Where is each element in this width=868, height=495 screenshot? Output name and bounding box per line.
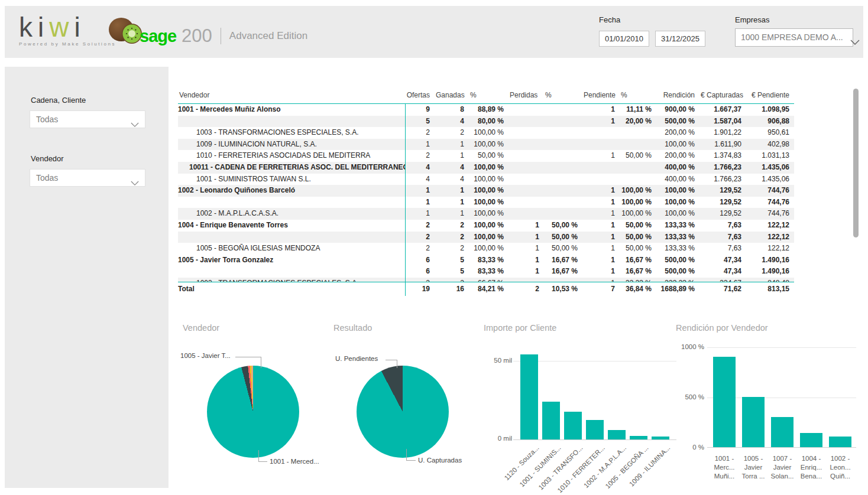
empresas-label: Empresas bbox=[735, 15, 770, 24]
resultado-pie-chart[interactable] bbox=[357, 366, 449, 458]
chart-title: Importe por Cliente bbox=[484, 323, 556, 333]
row-vendedor-name: 10011 - CADENA DE FERRETERIAS ASOC. DEL … bbox=[178, 162, 405, 174]
rendicion-bar-visual: Rendición por Vendedor 1000 % 500 % 0 % … bbox=[671, 322, 868, 495]
column-header-pendiente[interactable]: Pendiente bbox=[582, 87, 620, 103]
chevron-down-icon bbox=[131, 175, 139, 191]
sage-logo-text: sage bbox=[140, 27, 176, 46]
row-vendedor-name: 1003 - TRANSFORMACIONES ESPECIALES, S.A. bbox=[178, 278, 405, 282]
filter-sidebar: Cadena, Cliente Todas Vendedor Todas bbox=[5, 67, 169, 488]
column-header-capturadas[interactable]: € Capturadas bbox=[699, 87, 746, 103]
row-vendedor-name: 1001 - Mercedes Muñiz Alonso bbox=[178, 104, 405, 116]
fecha-to-input[interactable]: 31/12/2025 bbox=[655, 31, 705, 47]
row-vendedor-name bbox=[178, 232, 405, 243]
table-body: 1001 - Mercedes Muñiz Alonso 9 8 88,89 %… bbox=[178, 104, 794, 282]
bar-category-label: 1002 -Leon...Quiñ... bbox=[822, 454, 859, 481]
pie-callout-label: U. Capturadas bbox=[418, 457, 462, 464]
chart-title: Vendedor bbox=[183, 323, 219, 333]
bar-column: 1120 - Souza... bbox=[520, 353, 538, 439]
bar[interactable] bbox=[742, 397, 765, 447]
kiwi-logo: kiwi Powered by Make Solutions bbox=[19, 12, 137, 54]
bar-column: 1001 - SUMINIS... bbox=[542, 353, 560, 439]
table-row[interactable]: 1005 - BEGOÑA IGLESIAS MENDOZA 2 2 100,0… bbox=[178, 243, 794, 255]
bar[interactable] bbox=[800, 433, 822, 447]
bar[interactable] bbox=[608, 430, 626, 439]
table-row[interactable]: 1003 - TRANSFORMACIONES ESPECIALES, S.A.… bbox=[178, 127, 794, 139]
bar[interactable] bbox=[829, 437, 851, 447]
bar[interactable] bbox=[771, 417, 793, 447]
column-header-ofertas[interactable]: Ofertas bbox=[405, 87, 435, 103]
resultado-pie-visual: Resultado U. Pendientes U. Capturadas bbox=[329, 322, 482, 495]
table-row[interactable]: 6 5 83,33 % 1 16,67 % 1 16,67 % 500,00 %… bbox=[178, 266, 794, 278]
y-axis-tick: 0 mil bbox=[484, 435, 512, 442]
row-vendedor-name: 1004 - Enrique Benavente Torres bbox=[178, 220, 405, 232]
column-header-perdidas[interactable]: Perdidas bbox=[509, 87, 544, 103]
table-row[interactable]: 5 4 80,00 % 1 20,00 % 500,00 % 1.587,04 … bbox=[178, 116, 794, 128]
row-vendedor-name: 1001 - SUMINISTROS TAIWAN S.L. bbox=[178, 174, 405, 185]
fecha-from-input[interactable]: 01/01/2010 bbox=[599, 31, 649, 47]
row-vendedor-name bbox=[178, 116, 405, 128]
callout-connector-line bbox=[406, 449, 416, 461]
table-total-row: Total 19 16 84,21 % 2 10,53 % 7 36,84 % … bbox=[178, 282, 794, 296]
vendedor-selected-value: Todas bbox=[36, 173, 58, 183]
vendedor-pie-visual: Vendedor 1005 - Javier T... 1001 - Merce… bbox=[171, 322, 325, 495]
table-row[interactable]: 1010 - FERRETERIAS ASOCIADAS DEL MEDITER… bbox=[178, 150, 794, 162]
bar[interactable] bbox=[520, 354, 538, 439]
bar[interactable] bbox=[652, 437, 669, 439]
bar[interactable] bbox=[542, 402, 560, 439]
logo-divider bbox=[221, 28, 221, 44]
bar-column: 1003 - TRANSFO... bbox=[564, 353, 582, 439]
bar-column: 1002 - M.A.P.L.A... bbox=[608, 353, 626, 439]
bar[interactable] bbox=[630, 436, 647, 439]
vendedor-dropdown[interactable]: Todas bbox=[30, 169, 145, 187]
table-row[interactable]: 1004 - Enrique Benavente Torres 2 2 100,… bbox=[178, 220, 794, 232]
row-vendedor-name: 1002 - M.A.P.L.A.C.A.S.A. bbox=[178, 208, 405, 220]
importe-bar-visual: Importe por Cliente 50 mil 0 mil 1120 - … bbox=[479, 322, 680, 495]
kiwi-fruit-icon bbox=[108, 14, 143, 50]
row-vendedor-name bbox=[178, 197, 405, 209]
row-vendedor-name: 1003 - TRANSFORMACIONES ESPECIALES, S.A. bbox=[178, 127, 405, 139]
column-header-vendedor[interactable]: Vendedor bbox=[178, 87, 405, 103]
column-header-pct-perdidas[interactable]: % bbox=[544, 87, 582, 103]
column-header-pct-ganadas[interactable]: % bbox=[469, 87, 509, 103]
row-vendedor-name: 1009 - ILUMINACION NATURAL, S.A. bbox=[178, 139, 405, 151]
pie-callout-label: 1005 - Javier T... bbox=[180, 352, 231, 359]
sage-edition-label: Advanced Edition bbox=[229, 30, 307, 42]
bar[interactable] bbox=[713, 357, 736, 447]
table-scrollbar[interactable] bbox=[853, 89, 859, 237]
row-vendedor-name: 1010 - FERRETERIAS ASOCIADAS DEL MEDITER… bbox=[178, 150, 405, 162]
table-row[interactable]: 1001 - SUMINISTROS TAIWAN S.L. 4 4 100,0… bbox=[178, 174, 794, 185]
empresas-dropdown[interactable]: 1000 EMPRESA DEMO A... bbox=[735, 28, 853, 47]
table-row[interactable]: 1005 - Javier Torra Gonzalez 6 5 83,33 %… bbox=[178, 255, 794, 266]
table-row[interactable]: 10011 - CADENA DE FERRETERIAS ASOC. DEL … bbox=[178, 162, 794, 174]
empresas-selected-value: 1000 EMPRESA DEMO A... bbox=[741, 32, 843, 42]
table-row[interactable]: 1001 - Mercedes Muñiz Alonso 9 8 88,89 %… bbox=[178, 104, 794, 116]
table-row[interactable]: 1 1 100,00 % 1 100,00 % 100,00 % 129,52 … bbox=[178, 197, 794, 209]
y-axis-tick: 50 mil bbox=[484, 357, 512, 364]
fecha-label: Fecha bbox=[599, 15, 620, 24]
pie-callout-label: U. Pendientes bbox=[335, 355, 378, 362]
table-row[interactable]: 1002 - Leonardo Quiñones Barceló 1 1 100… bbox=[178, 185, 794, 197]
row-vendedor-name: 1005 - BEGOÑA IGLESIAS MENDOZA bbox=[178, 243, 405, 255]
column-header-pct-pendiente[interactable]: % bbox=[620, 87, 656, 103]
bar[interactable] bbox=[586, 420, 604, 439]
table-row[interactable]: 2 2 100,00 % 1 50,00 % 1 50,00 % 133,33 … bbox=[178, 232, 794, 243]
cadena-cliente-dropdown[interactable]: Todas bbox=[30, 110, 145, 128]
rendicion-bar-plot: 1001 -Merc...Muñi...1005 -JavierTorra ..… bbox=[707, 347, 856, 448]
bar-column: 1002 -Leon...Quiñ... bbox=[829, 347, 851, 447]
bar-category-label: 1002 - M.A.P.L.A... bbox=[582, 444, 627, 489]
top-header: kiwi Powered by Make Solutions bbox=[5, 6, 863, 58]
bar[interactable] bbox=[564, 412, 582, 439]
column-header-ganadas[interactable]: Ganadas bbox=[435, 87, 469, 103]
callout-connector-line bbox=[235, 357, 261, 368]
table-row[interactable]: 1003 - TRANSFORMACIONES ESPECIALES, S.A.… bbox=[178, 278, 794, 282]
sage-product-number: 200 bbox=[182, 25, 212, 47]
column-header-pendiente-eur[interactable]: € Pendiente bbox=[746, 87, 794, 103]
vendedor-pie-chart[interactable] bbox=[207, 366, 299, 458]
chart-title: Rendición por Vendedor bbox=[676, 323, 768, 333]
row-vendedor-name: 1005 - Javier Torra Gonzalez bbox=[178, 255, 405, 266]
column-header-rendicion[interactable]: Rendición bbox=[656, 87, 699, 103]
table-row[interactable]: 1009 - ILUMINACION NATURAL, S.A. 1 1 100… bbox=[178, 139, 794, 151]
table-header: Vendedor Ofertas Ganadas % Perdidas % Pe… bbox=[178, 87, 794, 104]
table-row[interactable]: 1002 - M.A.P.L.A.C.A.S.A. 1 1 100,00 % 1… bbox=[178, 208, 794, 220]
pie-callout-label: 1001 - Merced... bbox=[270, 458, 319, 465]
